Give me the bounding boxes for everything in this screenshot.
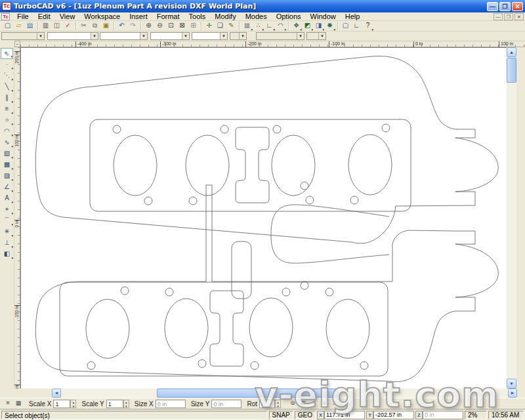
- font-combo[interactable]: ▼: [256, 32, 304, 40]
- grid-snap-icon[interactable]: ⊞: [298, 399, 308, 408]
- size-x-field[interactable]: 0 in: [156, 400, 186, 408]
- scale-x-spinner[interactable]: ▴▾: [70, 400, 76, 408]
- menu-item-edit[interactable]: Edit: [33, 12, 55, 21]
- print-preview-icon[interactable]: ◫: [51, 21, 62, 31]
- hatch-tool-icon[interactable]: ▨▾: [1, 171, 13, 182]
- chevron-down-icon[interactable]: ▼: [318, 33, 326, 39]
- snap-vertex-icon[interactable]: ∴▾: [253, 21, 264, 31]
- context-help-icon[interactable]: ?▾: [362, 21, 373, 31]
- print-icon[interactable]: ▥: [40, 21, 51, 31]
- new-drawing-icon[interactable]: ▢: [2, 21, 13, 31]
- mdi-document-icon[interactable]: Tc: [1, 13, 10, 20]
- close-button[interactable]: ✕: [512, 2, 523, 11]
- multiline-tool-icon[interactable]: ∥▾: [1, 93, 13, 104]
- vertical-scroll-thumb[interactable]: [507, 58, 516, 83]
- chevron-down-icon[interactable]: ▼: [182, 33, 189, 39]
- flyout-arrow-icon[interactable]: ▾: [10, 55, 12, 58]
- scale-y-spinner[interactable]: ▴▾: [123, 400, 129, 408]
- horizontal-scroll-thumb[interactable]: [157, 388, 338, 398]
- rot-spinner[interactable]: ▴▾: [275, 400, 281, 408]
- snap-grid-icon[interactable]: ▦▾: [242, 21, 253, 31]
- open-icon[interactable]: ▱: [13, 21, 24, 31]
- pan-icon[interactable]: ✛: [203, 21, 215, 31]
- zoom-window-icon[interactable]: ⊡: [165, 21, 177, 31]
- z-coordinate[interactable]: Z 0 in: [415, 411, 463, 419]
- zoom-extents-icon[interactable]: ⊞: [188, 21, 199, 31]
- scroll-left-arrow[interactable]: ◄: [52, 388, 61, 398]
- menu-item-modes[interactable]: Modes: [241, 12, 272, 21]
- ruler-origin-button[interactable]: ⌐: [14, 41, 20, 47]
- horizontal-scrollbar[interactable]: ◄ ►: [0, 388, 525, 398]
- x-coord-value[interactable]: 117.71 in: [324, 411, 365, 419]
- render-icon[interactable]: ◩▾: [302, 21, 313, 31]
- inspector-table-icon[interactable]: ▦: [13, 399, 24, 408]
- materials-icon[interactable]: ◨▾: [313, 21, 324, 31]
- scroll-right-arrow[interactable]: ►: [508, 388, 517, 398]
- drawing-canvas[interactable]: [20, 47, 507, 388]
- geo-toggle[interactable]: GEO: [295, 411, 316, 419]
- menu-item-tools[interactable]: Tools: [184, 12, 211, 21]
- text-tool-icon[interactable]: A▾: [1, 193, 13, 204]
- dimension-tool-icon[interactable]: ∠▾: [1, 182, 13, 193]
- vertical-scrollbar[interactable]: ▲ ▼: [507, 47, 516, 388]
- horizontal-scroll-track[interactable]: ◄ ►: [52, 388, 517, 398]
- menu-item-view[interactable]: View: [55, 12, 80, 21]
- chevron-down-icon[interactable]: ▼: [297, 33, 304, 39]
- star-snap-tool-icon[interactable]: ✳▾: [1, 226, 13, 238]
- circle-tool-icon[interactable]: ○▾: [1, 115, 13, 126]
- chevron-down-icon[interactable]: ▼: [140, 33, 147, 39]
- chevron-down-icon[interactable]: ▼: [239, 33, 246, 39]
- arc-snap-tool-icon[interactable]: ⌒▾: [1, 215, 13, 226]
- scale-y-field[interactable]: 1: [106, 400, 123, 408]
- lineweight-combo[interactable]: ▼: [150, 32, 190, 40]
- workspace-3d-icon[interactable]: ❖▾: [291, 21, 302, 31]
- menu-item-file[interactable]: File: [12, 12, 33, 21]
- linestyle-combo[interactable]: ▼: [100, 32, 148, 40]
- restore-button[interactable]: ❐: [499, 2, 511, 11]
- snap-arc-icon[interactable]: ◠▾: [275, 21, 286, 31]
- line-tool-icon[interactable]: ╲▾: [1, 81, 13, 93]
- inspector-close-icon[interactable]: ✕: [3, 399, 13, 408]
- menu-item-window[interactable]: Window: [306, 12, 341, 21]
- camera-tool-icon[interactable]: ◧▾: [1, 249, 13, 260]
- vertical-ruler[interactable]: 200 in100 in0 in-100 in-200 in: [14, 47, 20, 388]
- spell-check-icon[interactable]: ✓: [62, 21, 74, 31]
- zoom-out-icon[interactable]: ⊖: [154, 21, 165, 31]
- paste-icon[interactable]: ▣: [100, 21, 112, 31]
- horizontal-ruler[interactable]: -400 in-300 in-200 in-100 in0 in100 in: [20, 41, 525, 47]
- menu-item-help[interactable]: Help: [341, 12, 365, 21]
- edit-pen-icon[interactable]: ✎: [226, 21, 237, 31]
- snap-tool-icon[interactable]: ⌖▾: [1, 204, 13, 215]
- mdi-restore-button[interactable]: ❐: [504, 13, 513, 20]
- mdi-minimize-button[interactable]: —: [494, 13, 503, 20]
- menu-item-modify[interactable]: Modify: [210, 12, 240, 21]
- cut-icon[interactable]: ✂: [78, 21, 89, 31]
- zoom-previous-icon[interactable]: ⊠: [177, 21, 188, 31]
- layer-combo[interactable]: ▼: [1, 32, 45, 40]
- new-page-icon[interactable]: ▢: [340, 21, 351, 31]
- angle-icon[interactable]: ∢: [308, 399, 319, 408]
- y-coordinate[interactable]: Y -202.57 in: [366, 411, 414, 419]
- flyout-arrow-icon[interactable]: ▾: [11, 257, 13, 260]
- perpendicular-tool-icon[interactable]: ⊥▾: [1, 238, 13, 249]
- redo-icon[interactable]: ↷: [127, 21, 138, 31]
- lights-icon[interactable]: ✺▾: [324, 21, 335, 31]
- size-combo[interactable]: ▼: [306, 32, 326, 40]
- lock-aspect-icon[interactable]: ⊚: [287, 399, 298, 408]
- rot-field[interactable]: 0: [259, 400, 275, 408]
- scroll-up-arrow[interactable]: ▲: [507, 47, 516, 57]
- scroll-down-arrow[interactable]: ▼: [507, 379, 516, 388]
- snap-ortho-icon[interactable]: ∟▾: [264, 21, 275, 31]
- move-icon[interactable]: ❏: [215, 21, 226, 31]
- box-3d-tool-icon[interactable]: ▧▾: [1, 148, 13, 159]
- minimize-button[interactable]: —: [487, 2, 498, 11]
- double-line-tool-icon[interactable]: ≡▾: [1, 104, 13, 115]
- z-coord-value[interactable]: 0 in: [423, 411, 463, 419]
- menu-item-workspace[interactable]: Workspace: [79, 12, 125, 21]
- solid-tool-icon[interactable]: ▩▾: [1, 159, 13, 171]
- chevron-down-icon[interactable]: ▼: [91, 33, 98, 39]
- chevron-down-icon[interactable]: ▼: [220, 33, 227, 39]
- y-coord-value[interactable]: -202.57 in: [373, 411, 414, 419]
- select-tool-icon[interactable]: ⇖▾: [1, 48, 13, 59]
- color-combo[interactable]: ▼: [47, 32, 98, 40]
